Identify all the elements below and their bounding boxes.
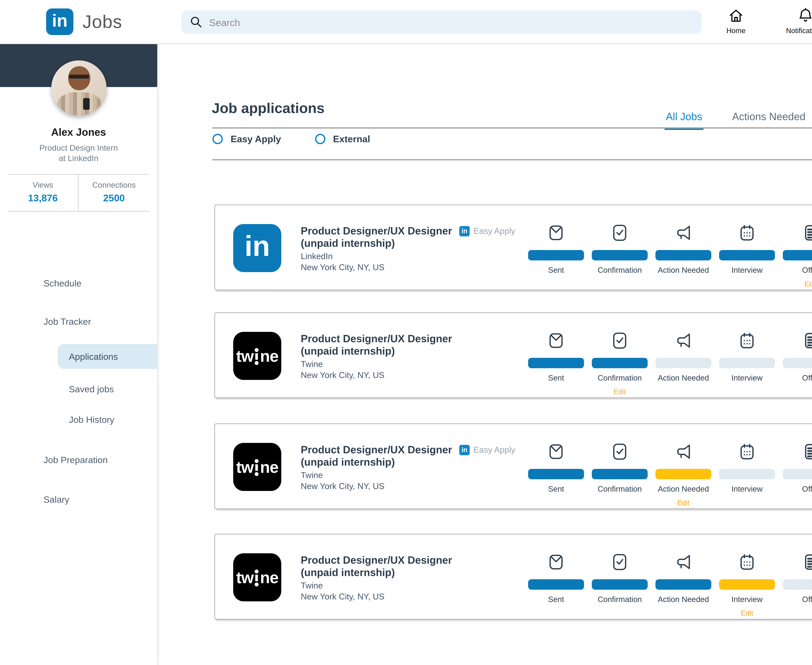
- edit-status-link[interactable]: Edit: [716, 609, 778, 617]
- logo-text: ne: [260, 568, 278, 587]
- job-location: New York City, NY, US: [301, 481, 384, 491]
- sent-mail-icon: [548, 331, 564, 350]
- status-col-sent: Sent: [525, 534, 587, 620]
- action-needed-megaphone-icon: [675, 553, 692, 572]
- home-button[interactable]: Home: [710, 7, 762, 34]
- easy-apply-badge-label: Easy Apply: [474, 445, 515, 455]
- sidebar-item-job-history[interactable]: Job History: [69, 414, 114, 425]
- filter-easy-apply-label: Easy Apply: [231, 134, 281, 144]
- sidebar-item-saved-jobs[interactable]: Saved jobs: [69, 384, 114, 394]
- page-title: Job applications: [212, 100, 325, 117]
- sidebar-item-salary[interactable]: Salary: [44, 494, 69, 504]
- status-label: Offer: [772, 373, 812, 383]
- home-icon: [710, 7, 762, 25]
- edit-status-link[interactable]: Edit: [652, 499, 715, 506]
- status-bar-interview: [719, 250, 775, 260]
- stat-connections: Connections 2500: [79, 175, 149, 211]
- linkedin-logo: in: [46, 8, 74, 35]
- tab-actions-needed[interactable]: Actions Needed: [732, 111, 805, 123]
- edit-status-link[interactable]: Edit: [779, 280, 812, 288]
- status-bar-interview: [719, 579, 775, 590]
- job-application-card[interactable]: twneProduct Designer/UX Designer(unpaid …: [214, 534, 812, 619]
- sent-mail-icon: [548, 442, 564, 461]
- job-application-card[interactable]: twneProduct Designer/UX DesignerinEasy A…: [214, 423, 812, 509]
- filter-external[interactable]: External: [315, 134, 370, 144]
- status-row: SentConfirmationAction NeededInterviewEd…: [525, 534, 812, 620]
- status-col-action-needed: Action Needed: [652, 313, 715, 399]
- status-bar-action-needed: [655, 469, 711, 479]
- logo-text: ne: [260, 346, 278, 365]
- easy-apply-badge: inEasy Apply: [459, 226, 515, 236]
- status-bar-sent: [528, 469, 584, 479]
- app-name: Jobs: [82, 11, 122, 32]
- confirmation-check-icon: [611, 442, 628, 461]
- status-bar-offer: [783, 579, 812, 590]
- views-value[interactable]: 13,876: [8, 192, 78, 203]
- logo-text: tw: [236, 568, 254, 587]
- status-col-confirmation: Confirmation: [589, 205, 651, 291]
- status-col-confirmation: ConfirmationEdit: [589, 313, 651, 399]
- status-bar-sent: [528, 358, 584, 368]
- status-bar-confirmation: [592, 358, 648, 368]
- status-col-sent: Sent: [525, 424, 587, 510]
- status-bar-action-needed: [655, 579, 711, 590]
- profile-name: Alex Jones: [0, 127, 157, 138]
- divider: [212, 159, 812, 161]
- interview-calendar-icon: [738, 553, 756, 572]
- main-content: Job applications All Jobs Actions Needed…: [158, 44, 812, 665]
- apply-type-filters: Easy Apply External: [212, 134, 370, 144]
- job-title-line1: Product Designer/UX Designer: [301, 554, 452, 566]
- twine-company-logo: twne: [233, 332, 281, 380]
- company-name: LinkedIn: [301, 251, 333, 261]
- radio-external[interactable]: [315, 134, 325, 144]
- profile-headline-line1: Product Design Intern: [0, 143, 157, 153]
- job-info: Product Designer/UX DesignerinEasy Apply…: [301, 444, 515, 468]
- status-bar-action-needed: [655, 358, 711, 368]
- profile-avatar[interactable]: [51, 61, 107, 116]
- search-input[interactable]: [209, 16, 690, 28]
- job-title-line2: (unpaid internship): [301, 237, 515, 249]
- status-col-offer: OfferEdit: [779, 205, 812, 291]
- edit-status-link[interactable]: Edit: [589, 388, 651, 395]
- logo-text: tw: [236, 457, 254, 477]
- twine-i-glyph: [255, 459, 259, 476]
- job-application-card[interactable]: twneProduct Designer/UX Designer(unpaid …: [214, 312, 812, 398]
- status-label: Offer: [772, 595, 812, 604]
- confirmation-check-icon: [611, 223, 628, 242]
- easy-apply-badge: inEasy Apply: [459, 444, 515, 455]
- sent-mail-icon: [548, 553, 564, 572]
- job-application-card[interactable]: inProduct Designer/UX DesignerinEasy App…: [214, 205, 812, 290]
- sidebar-item-job-tracker[interactable]: Job Tracker: [44, 316, 91, 327]
- status-col-confirmation: Confirmation: [589, 424, 651, 510]
- job-title-line2: (unpaid internship): [301, 566, 452, 579]
- twine-company-logo: twne: [233, 443, 281, 491]
- linkedin-badge-icon: in: [459, 226, 470, 236]
- radio-easy-apply[interactable]: [212, 134, 223, 144]
- status-bar-offer: [783, 469, 812, 479]
- interview-calendar-icon: [738, 442, 756, 461]
- brand[interactable]: in Jobs: [46, 8, 122, 35]
- sidebar-item-job-preparation[interactable]: Job Preparation: [44, 455, 108, 465]
- stat-views: Views 13,876: [8, 175, 79, 211]
- status-row: SentConfirmationEditAction NeededIntervi…: [525, 313, 812, 399]
- tab-bar: All Jobs Actions Needed Interviews: [666, 111, 812, 123]
- notifications-button[interactable]: Notifications: [779, 7, 812, 34]
- logo-text: tw: [236, 346, 254, 365]
- tab-all-jobs[interactable]: All Jobs: [666, 111, 702, 123]
- connections-label: Connections: [79, 180, 149, 190]
- sidebar-item-applications[interactable]: Applications: [69, 351, 118, 362]
- status-bar-interview: [719, 358, 775, 368]
- status-bar-confirmation: [592, 579, 648, 590]
- connections-value[interactable]: 2500: [79, 192, 149, 203]
- global-search[interactable]: [181, 10, 702, 34]
- confirmation-check-icon: [611, 553, 628, 572]
- job-location: New York City, NY, US: [301, 262, 384, 272]
- filter-external-label: External: [333, 134, 370, 144]
- status-col-action-needed: Action Needed: [652, 534, 715, 620]
- filter-easy-apply[interactable]: Easy Apply: [212, 134, 281, 144]
- sidebar-item-schedule[interactable]: Schedule: [44, 278, 82, 288]
- status-col-action-needed: Action Needed: [652, 205, 715, 291]
- status-label: Offer: [772, 265, 812, 275]
- job-location: New York City, NY, US: [301, 591, 384, 601]
- sent-mail-icon: [548, 223, 564, 242]
